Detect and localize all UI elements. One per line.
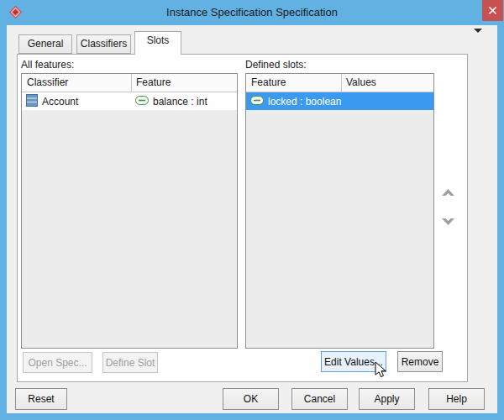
chevron-up-icon — [441, 189, 455, 202]
ok-button[interactable]: OK — [223, 388, 279, 410]
chevron-down-icon — [441, 216, 455, 228]
all-features-table[interactable]: Classifier Feature Account — [21, 73, 238, 349]
tab-general[interactable]: General — [18, 34, 72, 54]
column-header-values: Values — [346, 76, 376, 88]
tab-slots-label: Slots — [147, 34, 170, 46]
all-features-label: All features: — [21, 59, 74, 71]
dialog-window: Instance Specification Specification Gen… — [0, 0, 504, 420]
chevron-down-icon — [474, 29, 482, 45]
attribute-icon — [135, 96, 149, 108]
move-up-button[interactable] — [438, 187, 457, 202]
slot-feature-cell: locked : boolean — [268, 96, 341, 108]
table-row-selected[interactable]: locked : boolean — [246, 92, 433, 110]
close-icon — [488, 3, 497, 18]
tab-classifiers[interactable]: Classifiers — [76, 34, 131, 54]
column-divider — [341, 74, 342, 92]
feature-cell: balance : int — [153, 96, 207, 108]
column-header-feature: Feature — [136, 76, 171, 88]
tab-general-label: General — [28, 38, 64, 50]
open-spec-button[interactable]: Open Spec... — [23, 352, 92, 373]
tab-overflow-button[interactable] — [469, 32, 486, 45]
close-button[interactable] — [482, 0, 503, 21]
tab-classifiers-label: Classifiers — [81, 38, 127, 50]
tab-slots[interactable]: Slots — [134, 31, 181, 55]
column-header-feature: Feature — [251, 76, 286, 88]
help-button[interactable]: Help — [428, 388, 485, 410]
move-down-button[interactable] — [438, 214, 457, 229]
classifier-cell: Account — [42, 96, 78, 108]
cancel-button[interactable]: Cancel — [291, 388, 348, 410]
defined-slots-label: Defined slots: — [245, 59, 307, 71]
class-icon — [26, 94, 38, 109]
edit-values-button[interactable]: Edit Values... — [321, 351, 386, 372]
all-features-header: Classifier Feature — [22, 74, 237, 92]
reset-button[interactable]: Reset — [15, 388, 67, 410]
table-row[interactable]: Account balance : int — [22, 92, 237, 110]
defined-slots-table[interactable]: Feature Values locked : boolean — [245, 73, 434, 349]
defined-slots-header: Feature Values — [246, 74, 433, 92]
remove-button[interactable]: Remove — [397, 351, 443, 372]
define-slot-button[interactable]: Define Slot — [102, 352, 158, 373]
column-divider — [131, 74, 132, 92]
apply-button[interactable]: Apply — [359, 388, 415, 410]
title-bar[interactable]: Instance Specification Specification — [0, 0, 504, 25]
attribute-icon — [250, 96, 264, 108]
window-title: Instance Specification Specification — [0, 6, 504, 18]
column-header-classifier: Classifier — [27, 76, 68, 88]
